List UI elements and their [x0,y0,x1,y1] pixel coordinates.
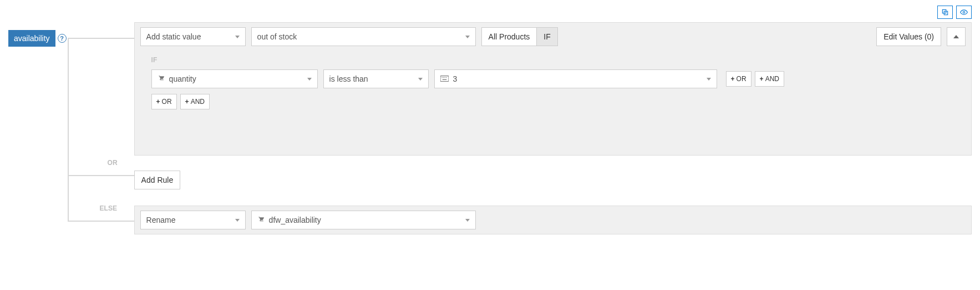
scope-toggle: All Products IF [481,27,558,46]
scope-if[interactable]: IF [537,27,557,46]
action-select-label: Add static value [146,32,201,41]
svg-rect-3 [440,76,449,81]
chevron-down-icon [465,36,470,38]
help-icon[interactable]: ? [58,34,67,43]
edit-values-button[interactable]: Edit Values (0) [876,27,941,46]
add-and-inline-button[interactable]: +AND [755,71,784,87]
else-value-label: dfw_availability [269,216,321,224]
else-action-label: Rename [146,216,176,224]
condition-value-select[interactable]: 3 [434,69,717,88]
cart-icon [257,216,265,224]
value-select-label: out of stock [257,32,297,41]
keyboard-icon [440,75,449,83]
copy-icon [941,8,949,16]
collapse-button[interactable] [947,27,966,46]
chevron-down-icon [418,78,423,81]
copy-button[interactable] [937,6,953,19]
add-or-group-button[interactable]: +OR [151,94,177,109]
chevron-up-icon [953,35,959,38]
condition-operator-select[interactable]: is less than [323,69,429,88]
svg-point-2 [963,11,965,13]
eye-icon [959,8,968,16]
svg-rect-7 [446,77,446,78]
svg-rect-8 [442,79,446,79]
condition-field-label: quantity [169,74,196,83]
condition-value-label: 3 [453,74,458,83]
rule-attribute-tag[interactable]: availability [8,30,55,47]
condition-operator-label: is less than [329,74,368,83]
else-rule-block: Rename dfw_availability [134,206,972,234]
cart-icon [158,74,165,83]
add-rule-button[interactable]: Add Rule [134,171,181,189]
else-value-select[interactable]: dfw_availability [251,211,476,229]
chevron-down-icon [235,219,240,222]
chevron-down-icon [465,219,470,222]
svg-rect-4 [441,77,442,78]
chevron-down-icon [235,36,240,38]
value-select[interactable]: out of stock [251,27,476,46]
add-or-inline-button[interactable]: +OR [726,71,751,87]
or-branch-label: OR [106,159,119,167]
svg-rect-6 [444,77,445,78]
preview-button[interactable] [956,6,972,19]
chevron-down-icon [707,78,711,81]
else-action-select[interactable]: Rename [140,211,246,229]
if-rule-block: Add static value out of stock All Produc… [134,22,972,156]
add-and-group-button[interactable]: +AND [180,94,210,109]
if-label: IF [151,56,966,64]
svg-rect-5 [443,77,444,78]
condition-field-select[interactable]: quantity [151,69,318,88]
scope-all-products[interactable]: All Products [481,27,537,46]
else-branch-label: ELSE [99,204,118,212]
chevron-down-icon [307,78,312,81]
action-select[interactable]: Add static value [140,27,246,46]
